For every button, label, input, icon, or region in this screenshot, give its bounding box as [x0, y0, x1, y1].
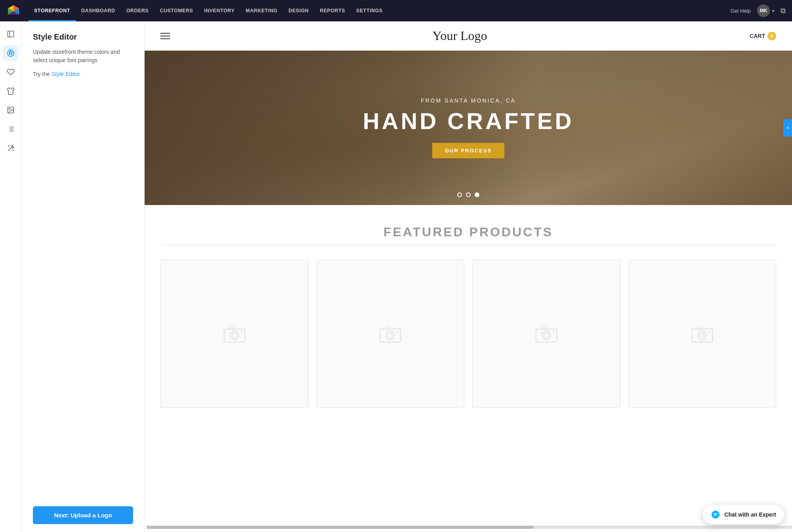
nav-design[interactable]: DESIGN — [283, 0, 314, 21]
cart-badge: 0 — [767, 32, 776, 40]
svg-point-28 — [232, 333, 237, 338]
cart-area[interactable]: CART 0 — [750, 32, 776, 40]
svg-point-40 — [553, 331, 555, 333]
sidebar-wand-icon[interactable] — [3, 140, 19, 156]
svg-line-22 — [8, 147, 11, 150]
scrollbar-area[interactable] — [147, 526, 792, 529]
products-grid — [160, 260, 776, 408]
style-editor-desc: Update storefront theme colors and selec… — [33, 48, 133, 65]
app-logo[interactable] — [6, 4, 21, 18]
sidebar-image-icon[interactable] — [3, 102, 19, 118]
sidebar-palette-icon[interactable] — [3, 45, 19, 61]
sidebar-heart-icon[interactable] — [3, 64, 19, 80]
featured-products-title: FEATURED PRODUCTS — [160, 225, 776, 239]
nav-right: Get Help MK ▾ ⧉ — [731, 4, 786, 17]
style-editor-panel: Style Editor Update storefront theme col… — [22, 21, 145, 532]
nav-items: STOREFRONT DASHBOARD ORDERS CUSTOMERS IN… — [29, 0, 731, 21]
main-layout: Style Editor Update storefront theme col… — [0, 21, 792, 532]
hero-dots — [457, 192, 479, 197]
product-card-2[interactable] — [317, 260, 465, 408]
nav-inventory[interactable]: INVENTORY — [198, 0, 240, 21]
product-card-1[interactable] — [160, 260, 309, 408]
user-menu[interactable]: MK ▾ — [757, 4, 774, 17]
user-avatar[interactable]: MK — [757, 4, 770, 17]
user-chevron-icon: ▾ — [772, 9, 774, 13]
nav-settings[interactable]: SETTINGS — [351, 0, 388, 21]
svg-point-23 — [8, 146, 9, 146]
svg-point-45 — [709, 331, 711, 333]
scrollbar-thumb[interactable] — [147, 526, 534, 529]
svg-point-35 — [397, 331, 399, 333]
svg-point-11 — [11, 52, 13, 53]
nav-orders[interactable]: ORDERS — [121, 0, 154, 21]
svg-point-24 — [13, 150, 14, 150]
hero-dot-2[interactable] — [466, 192, 471, 197]
product-placeholder-icon-3 — [534, 324, 558, 344]
svg-point-30 — [241, 331, 243, 333]
svg-point-12 — [11, 53, 12, 55]
hero-content: FROM SANTA MONICA, CA HAND CRAFTED OUR P… — [363, 97, 574, 159]
featured-divider — [160, 245, 776, 245]
preview-area: 📌 Your Logo CART 0 FROM SANTA M — [145, 21, 792, 532]
nav-marketing[interactable]: MARKETING — [240, 0, 283, 21]
sidebar-list-icon[interactable] — [3, 121, 19, 137]
sidebar-pages-icon[interactable] — [3, 26, 19, 42]
cart-label: CART — [750, 33, 765, 39]
svg-point-42 — [698, 331, 706, 340]
product-card-3[interactable] — [472, 260, 620, 408]
hamburger-icon[interactable] — [160, 33, 170, 39]
product-placeholder-icon-1 — [223, 324, 246, 344]
svg-point-33 — [388, 333, 393, 338]
style-editor-content: Style Editor Update storefront theme col… — [33, 32, 133, 77]
hero-subtitle: FROM SANTA MONICA, CA — [363, 97, 574, 104]
style-editor-link[interactable]: Style Editor — [52, 71, 80, 77]
storefront-header: Your Logo CART 0 — [145, 21, 792, 51]
hero-dot-3[interactable] — [475, 192, 479, 197]
style-editor-try: Try the Style Editor — [33, 71, 133, 77]
svg-point-10 — [10, 51, 11, 52]
nav-storefront[interactable]: STOREFRONT — [29, 0, 76, 21]
hero-banner: FROM SANTA MONICA, CA HAND CRAFTED OUR P… — [145, 51, 792, 205]
next-upload-logo-button[interactable]: Next: Upload a Logo — [33, 506, 133, 524]
svg-point-25 — [12, 145, 13, 146]
sidebar-tshirt-icon[interactable] — [3, 83, 19, 99]
external-link-icon[interactable]: ⧉ — [781, 7, 786, 15]
store-logo: Your Logo — [433, 28, 487, 43]
product-placeholder-icon-2 — [378, 324, 402, 344]
get-help-link[interactable]: Get Help — [731, 8, 751, 14]
nav-reports[interactable]: REPORTS — [314, 0, 351, 21]
style-editor-title: Style Editor — [33, 32, 133, 42]
collapse-preview-button[interactable] — [783, 119, 792, 137]
svg-point-9 — [9, 52, 10, 53]
chat-widget[interactable]: Chat with an Expert — [703, 505, 784, 524]
svg-point-27 — [230, 331, 239, 340]
sidebar-icons — [0, 21, 22, 532]
product-placeholder-icon-4 — [690, 324, 714, 344]
svg-point-13 — [9, 53, 10, 55]
hero-cta-button[interactable]: OUR PROCESS — [432, 143, 504, 158]
svg-point-15 — [9, 108, 10, 110]
chat-label: Chat with an Expert — [724, 511, 776, 518]
svg-point-43 — [700, 333, 704, 338]
svg-point-37 — [542, 331, 550, 340]
top-nav: STOREFRONT DASHBOARD ORDERS CUSTOMERS IN… — [0, 0, 792, 21]
svg-rect-6 — [8, 31, 14, 37]
chat-logo-icon — [711, 510, 720, 519]
hero-title: HAND CRAFTED — [363, 108, 574, 134]
svg-point-32 — [386, 331, 395, 340]
nav-customers[interactable]: CUSTOMERS — [154, 0, 198, 21]
product-card-4[interactable] — [628, 260, 777, 408]
hero-dot-1[interactable] — [457, 192, 462, 197]
featured-section: FEATURED PRODUCTS — [145, 205, 792, 420]
svg-point-38 — [544, 333, 549, 338]
nav-dashboard[interactable]: DASHBOARD — [76, 0, 121, 21]
